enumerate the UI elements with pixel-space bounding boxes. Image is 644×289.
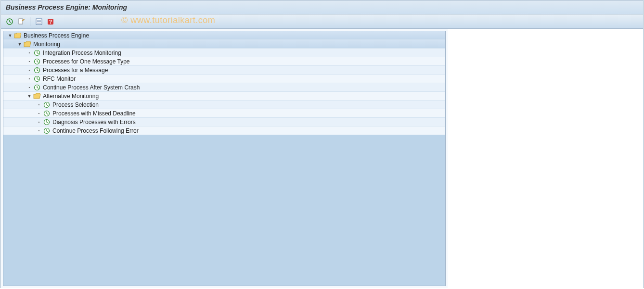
folder-open-icon: [24, 41, 31, 48]
svg-rect-1: [19, 19, 23, 24]
execute-node-icon: [33, 58, 41, 65]
tree-node-processes-for-message[interactable]: • Processes for a Message: [3, 66, 445, 75]
execute-node-icon: [33, 75, 41, 82]
execute-node-icon: [43, 119, 51, 126]
execute-node-icon: [43, 101, 51, 108]
execute-node-icon: [43, 110, 51, 117]
bullet-icon: •: [36, 102, 42, 107]
tree-label: Alternative Monitoring: [43, 93, 99, 100]
edit-button[interactable]: [16, 17, 26, 26]
tree-node-continue-after-crash[interactable]: • Continue Process After System Crash: [3, 83, 445, 92]
watermark-text: © www.tutorialkart.com: [121, 15, 215, 25]
tree-label: Continue Process After System Crash: [43, 84, 140, 91]
toolbar: ? © www.tutorialkart.com: [1, 14, 643, 29]
tree-node-integration-process-monitoring[interactable]: • Integration Process Monitoring: [3, 49, 445, 57]
tree-node-rfc-monitor[interactable]: • RFC Monitor: [3, 75, 445, 83]
tree-node-processes-one-message-type[interactable]: • Processes for One Message Type: [3, 57, 445, 66]
tree-list: ▼ Business Process Engine ▼ Monitoring: [3, 31, 445, 135]
tree-label: Processes for a Message: [43, 67, 108, 74]
tree-empty-area: [3, 135, 445, 286]
tree-label: Processes for One Message Type: [43, 58, 130, 65]
clock-execute-icon: [6, 18, 13, 25]
tree-node-monitoring[interactable]: ▼ Monitoring: [3, 40, 445, 49]
toolbar-separator: [30, 17, 30, 26]
tree-node-process-selection[interactable]: • Process Selection: [3, 101, 445, 109]
bullet-icon: •: [26, 50, 32, 55]
tree-label: Continue Process Following Error: [52, 127, 139, 134]
bullet-icon: •: [36, 120, 42, 124]
tree-node-alternative-monitoring[interactable]: ▼ Alternative Monitoring: [3, 92, 445, 101]
help-icon: ?: [47, 18, 54, 25]
tree-node-root[interactable]: ▼ Business Process Engine: [3, 31, 445, 40]
execute-node-icon: [33, 84, 41, 91]
execute-node-icon: [33, 67, 41, 74]
bullet-icon: •: [36, 111, 42, 115]
list-button[interactable]: [34, 17, 44, 26]
tree-label: Processes with Missed Deadline: [52, 110, 136, 117]
tree-node-missed-deadline[interactable]: • Processes with Missed Deadline: [3, 109, 445, 118]
expander-icon[interactable]: ▼: [7, 33, 13, 38]
svg-text:?: ?: [49, 19, 52, 25]
execute-button[interactable]: [5, 17, 14, 26]
bullet-icon: •: [26, 85, 32, 89]
folder-open-icon: [14, 32, 22, 39]
content-area: ▼ Business Process Engine ▼ Monitoring: [1, 29, 643, 288]
window-title: Business Process Engine: Monitoring: [6, 3, 127, 11]
bullet-icon: •: [36, 128, 42, 133]
tree-label: Business Process Engine: [24, 32, 89, 39]
bullet-icon: •: [26, 59, 32, 63]
list-icon: [35, 18, 43, 25]
execute-node-icon: [33, 50, 41, 56]
help-button[interactable]: ?: [46, 17, 55, 26]
tree-label: Integration Process Monitoring: [43, 50, 121, 56]
tree-label: Diagnosis Processes with Errors: [52, 119, 136, 126]
title-bar: Business Process Engine: Monitoring: [1, 0, 643, 14]
bullet-icon: •: [26, 68, 32, 72]
bullet-icon: •: [26, 76, 32, 81]
right-empty-panel: [448, 29, 643, 288]
app-window: Business Process Engine: Monitoring: [0, 0, 644, 288]
tree-label: Monitoring: [33, 41, 60, 48]
folder-open-icon: [33, 93, 41, 100]
tree-node-diagnosis-errors[interactable]: • Diagnosis Processes with Errors: [3, 118, 445, 126]
execute-node-icon: [43, 127, 51, 134]
tree-panel: ▼ Business Process Engine ▼ Monitoring: [3, 31, 446, 286]
tree-label: RFC Monitor: [43, 75, 76, 82]
expander-icon[interactable]: ▼: [17, 41, 23, 47]
document-pencil-icon: [17, 18, 25, 25]
expander-icon[interactable]: ▼: [26, 93, 32, 99]
tree-label: Process Selection: [52, 101, 99, 108]
tree-node-continue-following-error[interactable]: • Continue Process Following Error: [3, 126, 445, 135]
